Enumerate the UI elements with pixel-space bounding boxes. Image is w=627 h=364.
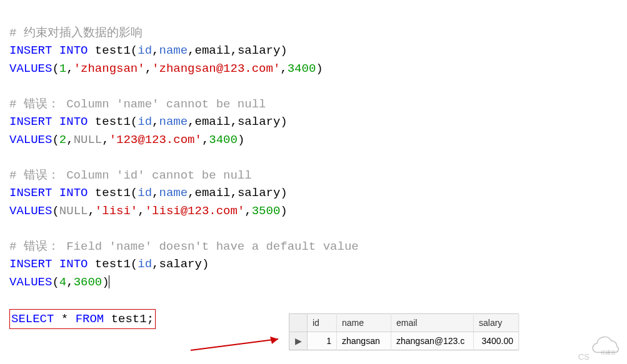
col-salary: salary bbox=[474, 314, 519, 332]
col-email: email bbox=[391, 314, 474, 332]
text-cursor bbox=[109, 275, 109, 288]
comment-3: # 错误： Column 'id' cannot be null bbox=[9, 169, 252, 182]
kw-insert: INSERT bbox=[9, 44, 52, 57]
comment-2: # 错误： Column 'name' cannot be null bbox=[9, 97, 266, 111]
svg-text:亿速云: 亿速云 bbox=[601, 350, 616, 355]
select-statement-box: SELECT * FROM test1; bbox=[9, 309, 156, 330]
code-block: # 约束对插入数据的影响 INSERT INTO test1(id,name,e… bbox=[9, 6, 618, 329]
table-row: ▶ 1 zhangsan zhangsan@123.c 3400.00 bbox=[289, 332, 519, 350]
svg-line-0 bbox=[191, 339, 278, 350]
table-header-row: id name email salary bbox=[289, 314, 519, 332]
comment-1: # 约束对插入数据的影响 bbox=[9, 26, 143, 40]
col-name: name bbox=[337, 314, 391, 332]
watermark-cs: CS bbox=[578, 351, 589, 363]
col-id: id bbox=[308, 314, 337, 332]
comment-4: # 错误： Field 'name' doesn't have a defaul… bbox=[9, 240, 359, 253]
result-table: id name email salary ▶ 1 zhangsan zhangs… bbox=[289, 313, 519, 350]
row-marker-icon: ▶ bbox=[289, 332, 308, 350]
arrow-icon bbox=[188, 332, 288, 357]
svg-marker-1 bbox=[270, 337, 278, 344]
watermark-cloud-icon: 亿速云 bbox=[591, 330, 626, 355]
